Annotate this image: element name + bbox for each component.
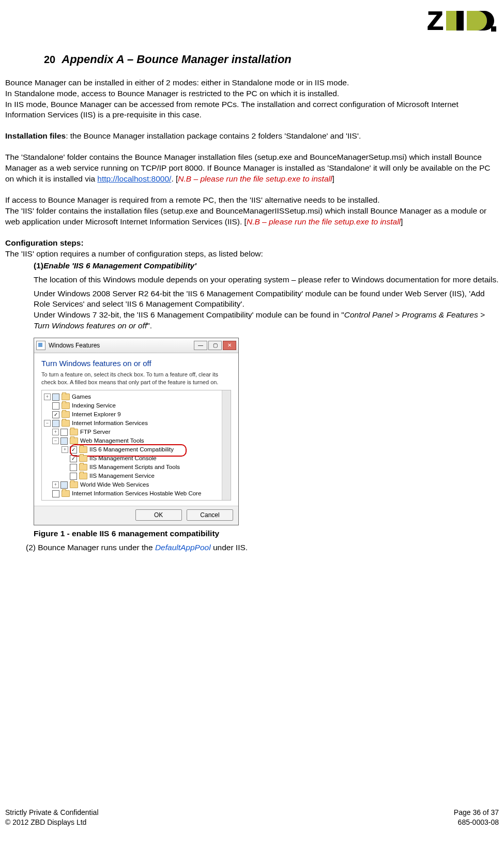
window-icon <box>36 341 45 350</box>
body-text: ". <box>147 321 152 330</box>
tree-item-iis6-compat[interactable]: +✓IIS 6 Management Compatibility <box>43 445 230 454</box>
dialog-subtext: To turn a feature on, select its check b… <box>41 371 231 386</box>
page-footer: Strictly Private & Confidential © 2012 Z… <box>5 808 499 827</box>
section-title: Appendix A – Bounce Manager installation <box>62 52 292 67</box>
app-pool-name: DefaultAppPool <box>155 543 211 552</box>
body-text: Under Windows 2008 Server R2 64-bit the … <box>34 289 499 310</box>
step-number: (2) <box>26 543 36 552</box>
body-text: ] <box>332 174 334 183</box>
body-text: In Standalone mode, access to Bounce Man… <box>5 88 499 99</box>
body-text: The 'IIS' option requires a number of co… <box>5 249 499 260</box>
localhost-link[interactable]: http://localhost:8000/ <box>97 174 171 183</box>
svg-rect-2 <box>456 11 464 31</box>
company-logo: z <box>426 3 499 37</box>
body-text: The location of this Windows module depe… <box>5 275 499 285</box>
svg-rect-3 <box>491 26 496 32</box>
dialog-titlebar: Windows Features — ▢ ✕ <box>34 338 238 353</box>
tree-item-scripts[interactable]: IIS Management Scripts and Tools <box>43 463 230 472</box>
body-text: In IIS mode, Bounce Manager can be acces… <box>5 99 499 121</box>
section-number: 20 <box>44 53 55 67</box>
tree-item-hostable[interactable]: Internet Information Services Hostable W… <box>43 489 230 498</box>
feature-tree: +Games Indexing Service ✓Internet Explor… <box>41 390 231 501</box>
body-text: The 'IIS' folder contains the installati… <box>5 206 486 226</box>
tree-item-indexing[interactable]: Indexing Service <box>43 401 230 410</box>
config-steps-head: Configuration steps: <box>5 238 499 249</box>
body-text: Under Windows 7 32-bit, the 'IIS 6 Manag… <box>34 310 344 319</box>
figure-caption: Figure 1 - enable IIS 6 management compa… <box>34 528 499 539</box>
tree-item-www[interactable]: +World Wide Web Services <box>43 480 230 489</box>
body-text: Bounce Manager can be installed in eithe… <box>5 78 499 88</box>
maximize-button[interactable]: ▢ <box>208 341 222 350</box>
tree-item-svc[interactable]: IIS Management Service <box>43 472 230 480</box>
nb-note: N.B – please run the file setup.exe to i… <box>178 174 332 183</box>
windows-features-dialog: Windows Features — ▢ ✕ Turn Windows feat… <box>34 338 239 525</box>
tree-item-console[interactable]: ✓IIS Management Console <box>43 454 230 463</box>
body-text: ] <box>401 217 403 226</box>
body-text: . [ <box>171 174 178 183</box>
footer-doc-id: 685-0003-08 <box>454 818 499 827</box>
tree-item-ie9[interactable]: ✓Internet Explorer 9 <box>43 410 230 419</box>
close-button[interactable]: ✕ <box>223 341 236 350</box>
tree-item-ftp[interactable]: +FTP Server <box>43 428 230 436</box>
section-heading: 20 Appendix A – Bounce Manager installat… <box>5 52 499 67</box>
body-text: If access to Bounce Manager is required … <box>5 195 499 206</box>
tree-item-iis[interactable]: −Internet Information Services <box>43 419 230 428</box>
dialog-heading: Turn Windows features on or off <box>41 358 231 369</box>
step-title: Enable 'IIS 6 Management Compatibility' <box>43 261 196 270</box>
body-text: under IIS. <box>211 543 248 552</box>
tree-item-wmt[interactable]: −Web Management Tools <box>43 436 230 445</box>
step-number: (1) <box>34 261 43 270</box>
subhead: Installation files <box>5 131 66 140</box>
footer-copyright: © 2012 ZBD Displays Ltd <box>5 818 99 827</box>
dialog-title: Windows Features <box>49 341 100 350</box>
ok-button[interactable]: OK <box>135 509 182 521</box>
body-text: Bounce Manager runs under the <box>36 543 155 552</box>
nb-note: N.B – please run the file setup.exe to i… <box>247 217 401 226</box>
tree-item-games[interactable]: +Games <box>43 392 230 401</box>
body-text: : the Bounce Manager installation packag… <box>66 131 361 140</box>
footer-page-num: Page 36 of 37 <box>454 808 499 818</box>
footer-confidential: Strictly Private & Confidential <box>5 808 99 818</box>
svg-text:z: z <box>426 3 444 37</box>
minimize-button[interactable]: — <box>194 341 207 350</box>
cancel-button[interactable]: Cancel <box>187 509 233 521</box>
